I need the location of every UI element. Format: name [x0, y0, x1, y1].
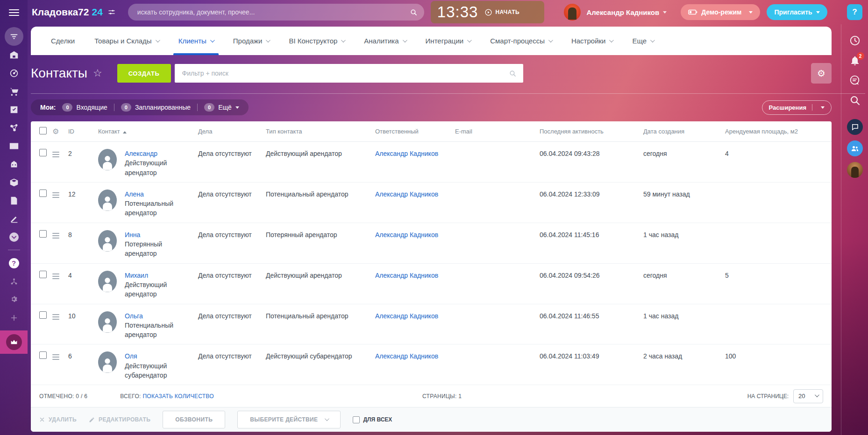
nav-item-more[interactable]: Еще	[622, 27, 663, 55]
marketing-icon[interactable]	[5, 64, 23, 82]
add-icon[interactable]	[5, 309, 23, 327]
per-page-select[interactable]: 20	[793, 389, 823, 403]
show-count-link[interactable]: ПОКАЗАТЬ КОЛИЧЕСТВО	[142, 393, 213, 400]
nav-item-goods[interactable]: Товары и Склады	[85, 27, 169, 55]
nav-item-deals[interactable]: Сделки	[41, 27, 85, 55]
row-menu-icon[interactable]	[52, 230, 59, 240]
shop-icon[interactable]	[5, 82, 23, 100]
row-menu-icon[interactable]	[52, 271, 59, 281]
contact-name-link[interactable]: Оля	[125, 352, 137, 360]
messenger-avatar[interactable]	[847, 119, 863, 135]
tune-icon[interactable]	[107, 8, 116, 16]
column-header-email[interactable]: E-mail	[455, 128, 540, 135]
nav-item-settings[interactable]: Настройки	[562, 27, 623, 55]
call-button[interactable]: ОБЗВОНИТЬ	[163, 411, 225, 428]
row-menu-icon[interactable]	[52, 149, 59, 159]
contact-name-link[interactable]: Ольга	[125, 312, 143, 320]
global-search-input[interactable]	[137, 8, 410, 16]
nav-item-smart-processes[interactable]: Смарт-процессы	[480, 27, 562, 55]
nav-item-clients[interactable]: Клиенты	[169, 27, 223, 55]
contact-avatar[interactable]	[98, 230, 117, 252]
search-icon[interactable]	[849, 95, 861, 106]
tasks-icon[interactable]	[5, 100, 23, 119]
select-all-checkbox[interactable]	[39, 127, 47, 134]
warehouse-icon[interactable]	[5, 46, 23, 64]
demo-mode-button[interactable]: Демо-режим	[681, 4, 760, 20]
contact-name-link[interactable]: Александр	[125, 150, 157, 157]
help-icon[interactable]: ?	[5, 254, 23, 272]
delete-button[interactable]: УДАЛИТЬ	[39, 416, 77, 423]
search-icon[interactable]	[509, 70, 517, 77]
responsible-link[interactable]: Александр Кадников	[375, 312, 438, 320]
row-menu-icon[interactable]	[52, 189, 59, 199]
row-checkbox[interactable]	[39, 149, 47, 156]
documents-icon[interactable]	[5, 191, 23, 210]
row-checkbox[interactable]	[39, 271, 47, 278]
column-header-created[interactable]: Дата создания	[643, 128, 725, 135]
stock-icon[interactable]	[5, 173, 23, 191]
row-menu-icon[interactable]	[52, 351, 59, 361]
choose-action-dropdown[interactable]: ВЫБЕРИТЕ ДЕЙСТВИЕ	[237, 411, 340, 428]
app-logo[interactable]: Кладовка72 24	[32, 7, 116, 18]
contact-name-link[interactable]: Михаил	[125, 272, 148, 279]
start-day-button[interactable]: НАЧАТЬ	[484, 8, 519, 16]
nav-item-sales[interactable]: Продажи	[223, 27, 279, 55]
contact-avatar[interactable]	[98, 149, 117, 170]
column-header-contact[interactable]: Контакт	[98, 128, 198, 135]
group-avatar[interactable]	[847, 140, 863, 156]
crm-icon[interactable]	[5, 119, 23, 137]
search-icon[interactable]	[410, 8, 418, 16]
gear-icon[interactable]: ⚙	[52, 127, 68, 136]
column-header-area[interactable]: Арендуемая площадь, м2	[725, 128, 823, 135]
edit-button[interactable]: РЕДАКТИРОВАТЬ	[89, 416, 150, 423]
counter-incoming[interactable]: 0 Входящие	[62, 103, 107, 112]
counter-more[interactable]: 0 Ещё	[204, 103, 239, 112]
row-checkbox[interactable]	[39, 311, 47, 319]
help-button[interactable]: ?	[847, 4, 862, 20]
settings-icon[interactable]	[5, 290, 23, 309]
column-header-id[interactable]: ID	[68, 128, 98, 135]
sites-icon[interactable]	[5, 272, 23, 290]
contact-avatar[interactable]	[98, 271, 117, 292]
extensions-button[interactable]: Расширения	[762, 100, 832, 115]
row-checkbox[interactable]	[39, 230, 47, 238]
row-menu-icon[interactable]	[52, 311, 59, 321]
for-all-checkbox[interactable]	[353, 416, 360, 423]
contact-avatar[interactable]	[98, 189, 117, 211]
filter-search-input[interactable]	[182, 70, 509, 77]
market-icon[interactable]	[0, 330, 28, 354]
responsible-link[interactable]: Александр Кадников	[375, 190, 438, 198]
contact-name-link[interactable]: Инна	[125, 231, 140, 239]
create-button[interactable]: СОЗДАТЬ	[117, 64, 171, 83]
sign-icon[interactable]	[5, 210, 23, 228]
row-checkbox[interactable]	[39, 189, 47, 197]
favorite-star-icon[interactable]: ☆	[93, 67, 102, 79]
nav-item-analytics[interactable]: Аналитика	[354, 27, 415, 55]
invite-button[interactable]: Пригласить	[767, 4, 827, 20]
column-header-responsible[interactable]: Ответственный	[375, 128, 455, 135]
row-checkbox[interactable]	[39, 351, 47, 359]
responsible-link[interactable]: Александр Кадников	[375, 231, 438, 239]
pulse-icon[interactable]	[849, 35, 861, 47]
nav-item-integrations[interactable]: Интеграции	[416, 27, 481, 55]
user-menu[interactable]: Александр Кадников	[564, 4, 667, 21]
contact-avatar[interactable]	[98, 311, 117, 333]
responsible-link[interactable]: Александр Кадников	[375, 150, 438, 157]
chat-icon[interactable]	[849, 75, 861, 86]
column-header-activity[interactable]: Последняя активность	[540, 128, 643, 135]
menu-icon[interactable]	[9, 7, 19, 18]
contact-name-link[interactable]: Алена	[125, 190, 144, 198]
time-tracker[interactable]: 13:33 НАЧАТЬ	[431, 1, 545, 23]
contacts-icon[interactable]	[5, 137, 23, 155]
counter-planned[interactable]: 0 Запланированные	[121, 103, 191, 112]
grid-settings-button[interactable]: ⚙	[811, 63, 832, 84]
nav-item-bi[interactable]: BI Конструктор	[279, 27, 354, 55]
collapse-icon[interactable]	[5, 228, 23, 246]
chatbots-icon[interactable]	[5, 155, 23, 173]
responsible-link[interactable]: Александр Кадников	[375, 272, 438, 279]
notifications-bell-icon[interactable]: 2	[849, 55, 861, 66]
column-header-deals[interactable]: Дела	[198, 128, 266, 135]
responsible-link[interactable]: Александр Кадников	[375, 352, 438, 360]
feed-icon[interactable]	[5, 27, 23, 46]
contact-avatar[interactable]	[98, 351, 117, 373]
